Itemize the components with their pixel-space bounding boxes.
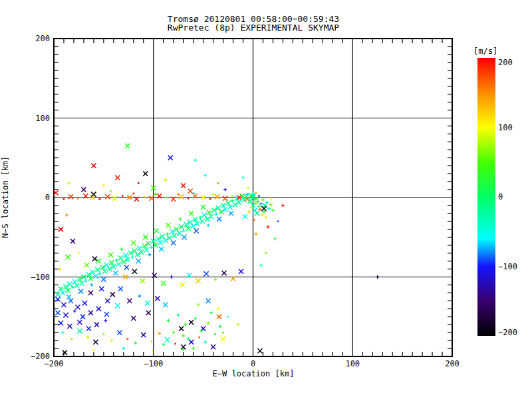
echo-marker-plus [265, 215, 268, 219]
echo-marker-cross [115, 176, 120, 180]
echo-marker-plus [154, 193, 157, 196]
echo-marker-plus [376, 275, 379, 279]
echo-marker-plus [182, 334, 185, 338]
echo-marker-cross [75, 305, 80, 309]
echo-marker-cross [179, 225, 184, 229]
echo-marker-plus [199, 215, 202, 219]
echo-marker-cross [206, 299, 211, 303]
echo-marker-dot [150, 340, 152, 342]
echo-marker-cross [94, 323, 99, 327]
echo-marker-cross [116, 262, 121, 267]
echo-marker-cross [177, 231, 182, 235]
echo-marker-dot [258, 195, 260, 197]
echo-marker-cross [257, 348, 262, 353]
y-tick-label: −100 [19, 273, 50, 281]
echo-marker-plus [134, 341, 137, 344]
echo-marker-dot [103, 333, 105, 335]
echo-marker-cross [155, 296, 160, 301]
echo-marker-cross [204, 271, 209, 276]
echo-marker-cross [117, 331, 122, 335]
echo-marker-cross [84, 263, 89, 267]
echo-marker-dot [144, 196, 146, 198]
echo-marker-cross [163, 303, 168, 307]
echo-marker-plus [182, 229, 185, 233]
y-tick-label: 100 [19, 114, 50, 122]
echo-marker-dot [277, 221, 279, 223]
echo-marker-cross [131, 241, 136, 245]
echo-marker-plus [257, 200, 260, 203]
echo-marker-dot [255, 192, 257, 194]
x-tick-label: 200 [445, 360, 460, 368]
echo-marker-cross [217, 217, 221, 221]
echo-marker-plus [263, 210, 266, 213]
echo-marker-dot [174, 343, 176, 345]
y-tick-label: 0 [19, 194, 50, 202]
y-tick-label: 200 [19, 35, 50, 43]
echo-marker-plus [211, 193, 215, 196]
echo-marker-cross [93, 274, 98, 279]
echo-marker-plus [122, 347, 125, 350]
echo-marker-cross [201, 205, 205, 209]
colorbar-unit-label: [m/s] [473, 47, 497, 56]
echo-marker-cross [108, 252, 113, 257]
echo-marker-cross [59, 227, 63, 231]
echo-marker-cross [239, 269, 243, 274]
echo-marker-dot [63, 198, 65, 200]
x-axis-label: E−W location [km] [0, 370, 519, 378]
echo-marker-plus [131, 255, 134, 259]
echo-marker-cross [136, 259, 141, 263]
echo-marker-cross [63, 313, 68, 317]
echo-marker-plus [259, 208, 262, 211]
echo-marker-plus [184, 323, 187, 327]
echo-marker-cross [247, 199, 252, 203]
echo-marker-cross [63, 350, 67, 354]
echo-marker-dot [152, 351, 154, 353]
x-tick-label: 100 [345, 360, 360, 368]
echo-marker-cross [166, 223, 171, 227]
echo-marker-plus [150, 246, 153, 249]
echo-marker-plus [158, 332, 161, 335]
x-tick-label: 0 [251, 360, 255, 368]
echo-marker-cross [112, 196, 117, 201]
echo-marker-plus [237, 323, 240, 327]
echo-marker-cross [143, 172, 148, 176]
echo-marker-dot [253, 219, 255, 221]
echo-marker-cross [196, 279, 201, 283]
colorbar-tick-label: 200 [498, 59, 513, 67]
echo-marker-cross [104, 312, 109, 317]
echo-marker-cross [105, 194, 110, 199]
echo-marker-cross [77, 329, 82, 333]
echo-marker-dot [77, 198, 79, 200]
echo-marker-cross [179, 194, 184, 199]
echo-marker-cross [80, 315, 85, 319]
echo-marker-plus [110, 339, 113, 342]
echo-marker-cross [95, 267, 100, 272]
echo-marker-plus [255, 233, 258, 236]
echo-marker-cross [68, 194, 73, 199]
y-axis-label: N−S location [km] [1, 144, 10, 251]
echo-marker-cross [118, 255, 123, 260]
echo-marker-plus [148, 253, 151, 257]
echo-marker-cross [99, 287, 104, 291]
echo-marker-cross [67, 324, 72, 329]
echo-marker-plus [67, 182, 70, 185]
echo-marker-cross [113, 271, 118, 275]
echo-marker-dot [265, 252, 267, 254]
echo-marker-plus [120, 247, 123, 251]
echo-marker-cross [131, 316, 136, 321]
skymap-plot [0, 0, 532, 399]
echo-marker-cross [78, 289, 83, 293]
echo-marker-cross [215, 194, 219, 199]
echo-marker-cross [182, 235, 187, 239]
echo-marker-plus [86, 336, 90, 339]
echo-marker-plus [167, 319, 170, 323]
echo-marker-plus [281, 204, 285, 207]
y-tick-label: −200 [19, 352, 50, 361]
echo-marker-plus [164, 178, 167, 182]
echo-marker-cross [243, 214, 247, 219]
echo-marker-cross [145, 301, 150, 305]
echo-marker-plus [271, 209, 275, 212]
echo-marker-dot [217, 182, 219, 184]
echo-marker-cross [115, 303, 120, 308]
echo-marker-dot [231, 195, 233, 197]
